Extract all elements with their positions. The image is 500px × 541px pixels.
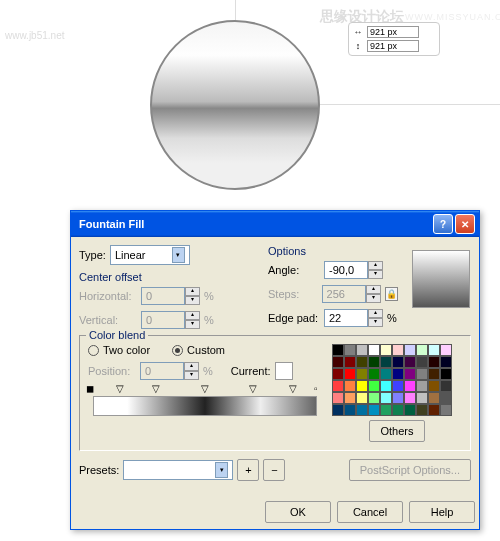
color-swatch[interactable] bbox=[404, 392, 416, 404]
color-swatch[interactable] bbox=[440, 356, 452, 368]
two-color-radio[interactable] bbox=[88, 345, 99, 356]
color-swatch[interactable] bbox=[332, 392, 344, 404]
color-swatch[interactable] bbox=[416, 404, 428, 416]
color-swatch[interactable] bbox=[392, 344, 404, 356]
color-swatch[interactable] bbox=[368, 356, 380, 368]
gradient-marker[interactable]: ▽ bbox=[249, 383, 259, 393]
color-swatch[interactable] bbox=[380, 404, 392, 416]
color-swatch[interactable] bbox=[404, 404, 416, 416]
spin-down-icon[interactable]: ▾ bbox=[368, 318, 383, 327]
pct-label: % bbox=[204, 290, 214, 302]
color-swatch[interactable] bbox=[404, 368, 416, 380]
presets-select[interactable]: ▾ bbox=[123, 460, 233, 480]
spin-up-icon[interactable]: ▴ bbox=[368, 309, 383, 318]
color-swatch[interactable] bbox=[440, 368, 452, 380]
color-swatch[interactable] bbox=[368, 344, 380, 356]
vertical-label: Vertical: bbox=[79, 314, 137, 326]
color-swatch[interactable] bbox=[416, 380, 428, 392]
color-swatch[interactable] bbox=[416, 356, 428, 368]
color-swatch[interactable] bbox=[392, 392, 404, 404]
guide-horizontal bbox=[320, 104, 500, 105]
color-swatch[interactable] bbox=[356, 380, 368, 392]
current-color-swatch[interactable] bbox=[275, 362, 293, 380]
gradient-marker[interactable]: ▽ bbox=[289, 383, 299, 393]
gradient-start-marker[interactable]: ◼ bbox=[86, 383, 96, 393]
color-swatch[interactable] bbox=[332, 356, 344, 368]
color-swatch[interactable] bbox=[368, 404, 380, 416]
color-swatch[interactable] bbox=[428, 404, 440, 416]
color-swatch[interactable] bbox=[428, 356, 440, 368]
spin-down-icon[interactable]: ▾ bbox=[368, 270, 383, 279]
color-swatch[interactable] bbox=[368, 392, 380, 404]
color-swatch[interactable] bbox=[416, 344, 428, 356]
color-swatch[interactable] bbox=[404, 356, 416, 368]
spin-up-icon[interactable]: ▴ bbox=[368, 261, 383, 270]
color-swatch[interactable] bbox=[428, 392, 440, 404]
color-swatch[interactable] bbox=[380, 392, 392, 404]
color-swatch[interactable] bbox=[344, 356, 356, 368]
color-swatch[interactable] bbox=[404, 344, 416, 356]
color-swatch[interactable] bbox=[392, 404, 404, 416]
gradient-marker[interactable]: ▽ bbox=[201, 383, 211, 393]
ok-button[interactable]: OK bbox=[265, 501, 331, 523]
color-swatch[interactable] bbox=[344, 368, 356, 380]
others-button[interactable]: Others bbox=[369, 420, 424, 442]
color-swatch[interactable] bbox=[404, 380, 416, 392]
preset-add-button[interactable]: + bbox=[237, 459, 259, 481]
color-swatch[interactable] bbox=[428, 368, 440, 380]
color-swatch[interactable] bbox=[440, 380, 452, 392]
position-label: Position: bbox=[88, 365, 136, 377]
color-swatch[interactable] bbox=[392, 380, 404, 392]
color-swatch[interactable] bbox=[356, 404, 368, 416]
preset-remove-button[interactable]: − bbox=[263, 459, 285, 481]
gradient-marker[interactable]: ▽ bbox=[152, 383, 162, 393]
angle-input[interactable] bbox=[324, 261, 368, 279]
titlebar[interactable]: Fountain Fill ? ✕ bbox=[71, 211, 479, 237]
color-swatch[interactable] bbox=[356, 392, 368, 404]
edgepad-input[interactable] bbox=[324, 309, 368, 327]
color-swatch[interactable] bbox=[344, 392, 356, 404]
color-swatch[interactable] bbox=[332, 404, 344, 416]
color-swatch[interactable] bbox=[428, 344, 440, 356]
color-swatch[interactable] bbox=[440, 392, 452, 404]
gradient-end-marker[interactable]: ▫ bbox=[314, 383, 324, 393]
color-swatch[interactable] bbox=[344, 380, 356, 392]
color-swatch[interactable] bbox=[380, 368, 392, 380]
width-input[interactable] bbox=[367, 26, 419, 38]
gradient-sphere-preview bbox=[150, 20, 320, 190]
color-swatch[interactable] bbox=[380, 380, 392, 392]
custom-radio[interactable] bbox=[172, 345, 183, 356]
cancel-button[interactable]: Cancel bbox=[337, 501, 403, 523]
color-swatch[interactable] bbox=[356, 344, 368, 356]
steps-input bbox=[322, 285, 366, 303]
lock-icon[interactable]: 🔒 bbox=[385, 287, 398, 301]
color-swatch[interactable] bbox=[356, 356, 368, 368]
color-swatch[interactable] bbox=[356, 368, 368, 380]
color-swatch[interactable] bbox=[428, 380, 440, 392]
color-swatch[interactable] bbox=[368, 380, 380, 392]
close-icon[interactable]: ✕ bbox=[455, 214, 475, 234]
height-input[interactable] bbox=[367, 40, 419, 52]
color-swatch[interactable] bbox=[380, 344, 392, 356]
color-swatch[interactable] bbox=[440, 404, 452, 416]
color-swatch[interactable] bbox=[440, 344, 452, 356]
color-swatch[interactable] bbox=[332, 368, 344, 380]
color-swatch[interactable] bbox=[332, 380, 344, 392]
color-swatch[interactable] bbox=[332, 344, 344, 356]
chevron-down-icon[interactable]: ▾ bbox=[172, 247, 185, 263]
color-swatch[interactable] bbox=[392, 368, 404, 380]
color-swatch[interactable] bbox=[344, 404, 356, 416]
color-swatch[interactable] bbox=[416, 368, 428, 380]
color-swatch[interactable] bbox=[392, 356, 404, 368]
spin-down-icon: ▾ bbox=[184, 371, 199, 380]
help-icon[interactable]: ? bbox=[433, 214, 453, 234]
color-swatch[interactable] bbox=[380, 356, 392, 368]
type-select[interactable]: Linear ▾ bbox=[110, 245, 190, 265]
color-swatch[interactable] bbox=[344, 344, 356, 356]
color-swatch[interactable] bbox=[416, 392, 428, 404]
chevron-down-icon[interactable]: ▾ bbox=[215, 462, 228, 478]
gradient-bar[interactable]: ◼ ▽ ▽ ▽ ▽ ▽ ▫ bbox=[93, 396, 317, 416]
color-swatch[interactable] bbox=[368, 368, 380, 380]
gradient-marker[interactable]: ▽ bbox=[116, 383, 126, 393]
help-button[interactable]: Help bbox=[409, 501, 475, 523]
